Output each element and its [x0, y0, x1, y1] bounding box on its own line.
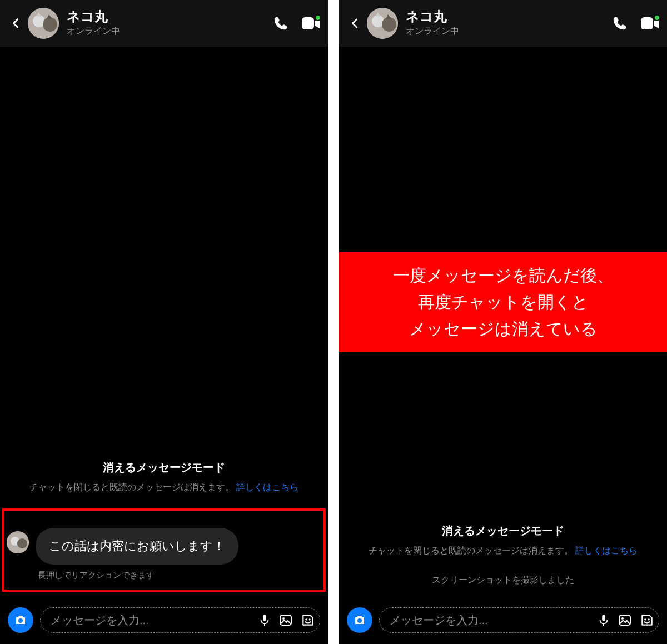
video-call-button[interactable] — [640, 16, 659, 31]
mic-button[interactable] — [258, 613, 271, 627]
header-title: ネコ丸 オンライン中 — [67, 9, 272, 37]
svg-point-24 — [648, 618, 650, 620]
svg-rect-17 — [641, 17, 653, 29]
chat-header: ネコ丸 オンライン中 — [339, 0, 667, 47]
message-input-bar: メッセージを入力... — [0, 603, 328, 644]
call-button[interactable] — [611, 15, 628, 32]
annotation-banner: 一度メッセージを読んだ後、 再度チャットを開くと メッセージは消えている — [339, 252, 667, 352]
online-status: オンライン中 — [406, 26, 611, 37]
svg-point-2 — [43, 17, 57, 32]
svg-point-7 — [18, 618, 23, 623]
back-button[interactable] — [8, 14, 24, 33]
image-icon — [278, 613, 293, 627]
message-bubble[interactable]: この話は内密にお願いします！ — [36, 528, 238, 565]
microphone-icon — [258, 613, 271, 627]
svg-point-22 — [621, 617, 624, 620]
learn-more-link[interactable]: 詳しくはこちら — [236, 482, 298, 492]
username: ネコ丸 — [406, 9, 611, 24]
phone-icon — [272, 15, 289, 32]
online-dot-icon — [654, 14, 660, 21]
camera-icon — [14, 613, 27, 627]
input-placeholder: メッセージを入力... — [390, 613, 598, 628]
header-title: ネコ丸 オンライン中 — [406, 9, 611, 37]
sticker-icon — [640, 613, 654, 627]
annotation-line-1: 一度メッセージを読んだ後、 — [345, 262, 661, 289]
sticker-icon — [301, 613, 315, 627]
chat-body: 一度メッセージを読んだ後、 再度チャットを開くと メッセージは消えている 消える… — [339, 47, 667, 603]
call-button[interactable] — [272, 15, 289, 32]
camera-button[interactable] — [347, 607, 372, 633]
learn-more-link[interactable]: 詳しくはこちら — [575, 546, 638, 555]
online-status: オンライン中 — [67, 26, 272, 37]
sticker-button[interactable] — [640, 613, 654, 627]
message-input[interactable]: メッセージを入力... — [40, 607, 320, 633]
svg-rect-8 — [263, 615, 266, 621]
mic-button[interactable] — [598, 613, 610, 627]
annotation-line-2: 再度チャットを開くと — [345, 289, 661, 316]
microphone-icon — [598, 613, 610, 627]
image-icon — [618, 613, 632, 627]
video-call-button[interactable] — [301, 16, 320, 31]
camera-button[interactable] — [8, 607, 33, 633]
svg-point-13 — [309, 618, 311, 620]
vanish-mode-info: 消えるメッセージモード チャットを閉じると既読のメッセージは消えます。 詳しくは… — [339, 523, 667, 557]
message-input[interactable]: メッセージを入力... — [379, 607, 659, 633]
reaction-hint: 長押しでリアクションできます — [38, 570, 321, 581]
sticker-button[interactable] — [301, 613, 315, 627]
username: ネコ丸 — [67, 9, 272, 24]
camera-icon — [353, 613, 366, 627]
chevron-left-icon — [349, 14, 361, 33]
screenshot-notice: スクリーンショットを撮影しました — [339, 575, 667, 586]
svg-point-16 — [382, 17, 396, 32]
vanish-mode-title: 消えるメッセージモード — [339, 523, 667, 538]
svg-point-6 — [17, 538, 27, 548]
vanish-mode-title: 消えるメッセージモード — [0, 460, 328, 475]
avatar[interactable] — [367, 8, 398, 39]
svg-point-11 — [282, 617, 285, 620]
phone-icon — [611, 15, 628, 32]
screen-left: ネコ丸 オンライン中 消えるメッセージモード チャットを閉じると既読のメッセージ… — [0, 0, 328, 644]
image-button[interactable] — [278, 613, 293, 627]
chat-header: ネコ丸 オンライン中 — [0, 0, 328, 47]
avatar[interactable] — [28, 8, 59, 39]
online-dot-icon — [315, 14, 321, 21]
message-input-bar: メッセージを入力... — [339, 603, 667, 644]
chevron-left-icon — [10, 14, 22, 33]
svg-point-18 — [357, 618, 362, 623]
vanish-mode-description: チャットを閉じると既読のメッセージは消えます。 詳しくはこちら — [339, 544, 667, 557]
svg-rect-19 — [602, 615, 605, 621]
message-row: この話は内密にお願いします！ 長押しでリアクションできます — [7, 528, 321, 581]
svg-rect-3 — [302, 17, 314, 29]
sender-avatar[interactable] — [7, 531, 29, 553]
svg-point-12 — [305, 618, 307, 620]
annotation-line-3: メッセージは消えている — [345, 316, 661, 342]
back-button[interactable] — [347, 14, 364, 33]
screen-right: ネコ丸 オンライン中 一度メッセージを読んだ後、 再度チャットを開くと メッセー… — [339, 0, 667, 644]
chat-body: 消えるメッセージモード チャットを閉じると既読のメッセージは消えます。 詳しくは… — [0, 47, 328, 603]
image-button[interactable] — [618, 613, 632, 627]
vanish-mode-description: チャットを閉じると既読のメッセージは消えます。 詳しくはこちら — [0, 481, 328, 494]
svg-point-23 — [644, 618, 646, 620]
vanish-mode-info: 消えるメッセージモード チャットを閉じると既読のメッセージは消えます。 詳しくは… — [0, 460, 328, 494]
input-placeholder: メッセージを入力... — [51, 613, 258, 628]
